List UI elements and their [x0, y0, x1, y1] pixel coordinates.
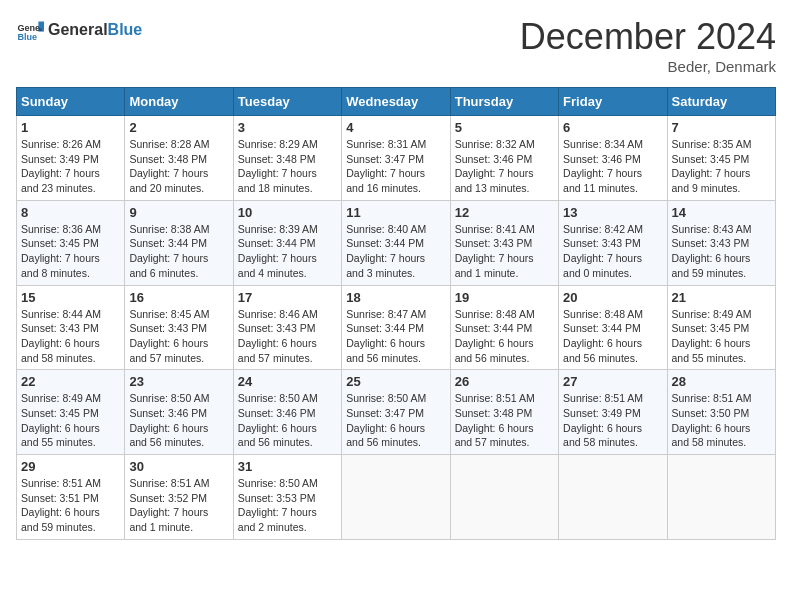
- title-block: December 2024 Beder, Denmark: [520, 16, 776, 75]
- day-number: 7: [672, 120, 771, 135]
- weekday-header-sunday: Sunday: [17, 88, 125, 116]
- cell-info: Sunrise: 8:43 AMSunset: 3:43 PMDaylight:…: [672, 222, 771, 281]
- calendar-week-2: 8Sunrise: 8:36 AMSunset: 3:45 PMDaylight…: [17, 200, 776, 285]
- calendar-body: 1Sunrise: 8:26 AMSunset: 3:49 PMDaylight…: [17, 116, 776, 540]
- day-number: 29: [21, 459, 120, 474]
- calendar-cell: 19Sunrise: 8:48 AMSunset: 3:44 PMDayligh…: [450, 285, 558, 370]
- cell-info: Sunrise: 8:51 AMSunset: 3:50 PMDaylight:…: [672, 391, 771, 450]
- calendar-cell: 5Sunrise: 8:32 AMSunset: 3:46 PMDaylight…: [450, 116, 558, 201]
- day-number: 11: [346, 205, 445, 220]
- cell-info: Sunrise: 8:51 AMSunset: 3:48 PMDaylight:…: [455, 391, 554, 450]
- cell-info: Sunrise: 8:46 AMSunset: 3:43 PMDaylight:…: [238, 307, 337, 366]
- cell-info: Sunrise: 8:36 AMSunset: 3:45 PMDaylight:…: [21, 222, 120, 281]
- logo-blue: Blue: [108, 21, 143, 39]
- calendar-cell: 17Sunrise: 8:46 AMSunset: 3:43 PMDayligh…: [233, 285, 341, 370]
- day-number: 21: [672, 290, 771, 305]
- calendar-cell: 13Sunrise: 8:42 AMSunset: 3:43 PMDayligh…: [559, 200, 667, 285]
- cell-info: Sunrise: 8:49 AMSunset: 3:45 PMDaylight:…: [672, 307, 771, 366]
- calendar-cell: 16Sunrise: 8:45 AMSunset: 3:43 PMDayligh…: [125, 285, 233, 370]
- calendar-cell: [667, 455, 775, 540]
- cell-info: Sunrise: 8:51 AMSunset: 3:51 PMDaylight:…: [21, 476, 120, 535]
- calendar-cell: 20Sunrise: 8:48 AMSunset: 3:44 PMDayligh…: [559, 285, 667, 370]
- cell-info: Sunrise: 8:29 AMSunset: 3:48 PMDaylight:…: [238, 137, 337, 196]
- logo-icon: General Blue: [16, 16, 44, 44]
- calendar-cell: 29Sunrise: 8:51 AMSunset: 3:51 PMDayligh…: [17, 455, 125, 540]
- day-number: 10: [238, 205, 337, 220]
- day-number: 30: [129, 459, 228, 474]
- cell-info: Sunrise: 8:48 AMSunset: 3:44 PMDaylight:…: [455, 307, 554, 366]
- day-number: 19: [455, 290, 554, 305]
- cell-info: Sunrise: 8:38 AMSunset: 3:44 PMDaylight:…: [129, 222, 228, 281]
- day-number: 31: [238, 459, 337, 474]
- calendar-cell: 30Sunrise: 8:51 AMSunset: 3:52 PMDayligh…: [125, 455, 233, 540]
- cell-info: Sunrise: 8:34 AMSunset: 3:46 PMDaylight:…: [563, 137, 662, 196]
- cell-info: Sunrise: 8:50 AMSunset: 3:53 PMDaylight:…: [238, 476, 337, 535]
- calendar-cell: 11Sunrise: 8:40 AMSunset: 3:44 PMDayligh…: [342, 200, 450, 285]
- cell-info: Sunrise: 8:40 AMSunset: 3:44 PMDaylight:…: [346, 222, 445, 281]
- weekday-header-wednesday: Wednesday: [342, 88, 450, 116]
- cell-info: Sunrise: 8:48 AMSunset: 3:44 PMDaylight:…: [563, 307, 662, 366]
- cell-info: Sunrise: 8:41 AMSunset: 3:43 PMDaylight:…: [455, 222, 554, 281]
- day-number: 17: [238, 290, 337, 305]
- logo-general: General: [48, 21, 108, 39]
- calendar-week-4: 22Sunrise: 8:49 AMSunset: 3:45 PMDayligh…: [17, 370, 776, 455]
- calendar-cell: 6Sunrise: 8:34 AMSunset: 3:46 PMDaylight…: [559, 116, 667, 201]
- calendar-cell: 4Sunrise: 8:31 AMSunset: 3:47 PMDaylight…: [342, 116, 450, 201]
- day-number: 28: [672, 374, 771, 389]
- weekday-header-thursday: Thursday: [450, 88, 558, 116]
- weekday-header-tuesday: Tuesday: [233, 88, 341, 116]
- calendar-cell: 12Sunrise: 8:41 AMSunset: 3:43 PMDayligh…: [450, 200, 558, 285]
- cell-info: Sunrise: 8:26 AMSunset: 3:49 PMDaylight:…: [21, 137, 120, 196]
- calendar-cell: 15Sunrise: 8:44 AMSunset: 3:43 PMDayligh…: [17, 285, 125, 370]
- location: Beder, Denmark: [520, 58, 776, 75]
- calendar-cell: 22Sunrise: 8:49 AMSunset: 3:45 PMDayligh…: [17, 370, 125, 455]
- page-header: General Blue General Blue December 2024 …: [16, 16, 776, 75]
- svg-text:Blue: Blue: [17, 32, 37, 42]
- day-number: 15: [21, 290, 120, 305]
- day-number: 6: [563, 120, 662, 135]
- day-number: 4: [346, 120, 445, 135]
- calendar-cell: 7Sunrise: 8:35 AMSunset: 3:45 PMDaylight…: [667, 116, 775, 201]
- calendar-cell: 24Sunrise: 8:50 AMSunset: 3:46 PMDayligh…: [233, 370, 341, 455]
- calendar-week-1: 1Sunrise: 8:26 AMSunset: 3:49 PMDaylight…: [17, 116, 776, 201]
- calendar-cell: 28Sunrise: 8:51 AMSunset: 3:50 PMDayligh…: [667, 370, 775, 455]
- calendar-cell: 31Sunrise: 8:50 AMSunset: 3:53 PMDayligh…: [233, 455, 341, 540]
- day-number: 20: [563, 290, 662, 305]
- day-number: 27: [563, 374, 662, 389]
- calendar-week-5: 29Sunrise: 8:51 AMSunset: 3:51 PMDayligh…: [17, 455, 776, 540]
- calendar-cell: 10Sunrise: 8:39 AMSunset: 3:44 PMDayligh…: [233, 200, 341, 285]
- calendar-cell: 18Sunrise: 8:47 AMSunset: 3:44 PMDayligh…: [342, 285, 450, 370]
- cell-info: Sunrise: 8:49 AMSunset: 3:45 PMDaylight:…: [21, 391, 120, 450]
- cell-info: Sunrise: 8:51 AMSunset: 3:49 PMDaylight:…: [563, 391, 662, 450]
- calendar-cell: 23Sunrise: 8:50 AMSunset: 3:46 PMDayligh…: [125, 370, 233, 455]
- calendar-cell: 25Sunrise: 8:50 AMSunset: 3:47 PMDayligh…: [342, 370, 450, 455]
- cell-info: Sunrise: 8:47 AMSunset: 3:44 PMDaylight:…: [346, 307, 445, 366]
- calendar-cell: 8Sunrise: 8:36 AMSunset: 3:45 PMDaylight…: [17, 200, 125, 285]
- logo: General Blue General Blue: [16, 16, 142, 44]
- calendar-cell: 1Sunrise: 8:26 AMSunset: 3:49 PMDaylight…: [17, 116, 125, 201]
- cell-info: Sunrise: 8:35 AMSunset: 3:45 PMDaylight:…: [672, 137, 771, 196]
- calendar-header-row: SundayMondayTuesdayWednesdayThursdayFrid…: [17, 88, 776, 116]
- day-number: 14: [672, 205, 771, 220]
- cell-info: Sunrise: 8:31 AMSunset: 3:47 PMDaylight:…: [346, 137, 445, 196]
- day-number: 5: [455, 120, 554, 135]
- cell-info: Sunrise: 8:45 AMSunset: 3:43 PMDaylight:…: [129, 307, 228, 366]
- day-number: 24: [238, 374, 337, 389]
- day-number: 9: [129, 205, 228, 220]
- cell-info: Sunrise: 8:32 AMSunset: 3:46 PMDaylight:…: [455, 137, 554, 196]
- month-year: December 2024: [520, 16, 776, 58]
- cell-info: Sunrise: 8:42 AMSunset: 3:43 PMDaylight:…: [563, 222, 662, 281]
- calendar-cell: [342, 455, 450, 540]
- cell-info: Sunrise: 8:50 AMSunset: 3:46 PMDaylight:…: [129, 391, 228, 450]
- cell-info: Sunrise: 8:28 AMSunset: 3:48 PMDaylight:…: [129, 137, 228, 196]
- day-number: 1: [21, 120, 120, 135]
- calendar-cell: 3Sunrise: 8:29 AMSunset: 3:48 PMDaylight…: [233, 116, 341, 201]
- weekday-header-friday: Friday: [559, 88, 667, 116]
- day-number: 23: [129, 374, 228, 389]
- calendar-cell: [559, 455, 667, 540]
- day-number: 26: [455, 374, 554, 389]
- cell-info: Sunrise: 8:50 AMSunset: 3:47 PMDaylight:…: [346, 391, 445, 450]
- day-number: 12: [455, 205, 554, 220]
- day-number: 13: [563, 205, 662, 220]
- calendar-cell: 21Sunrise: 8:49 AMSunset: 3:45 PMDayligh…: [667, 285, 775, 370]
